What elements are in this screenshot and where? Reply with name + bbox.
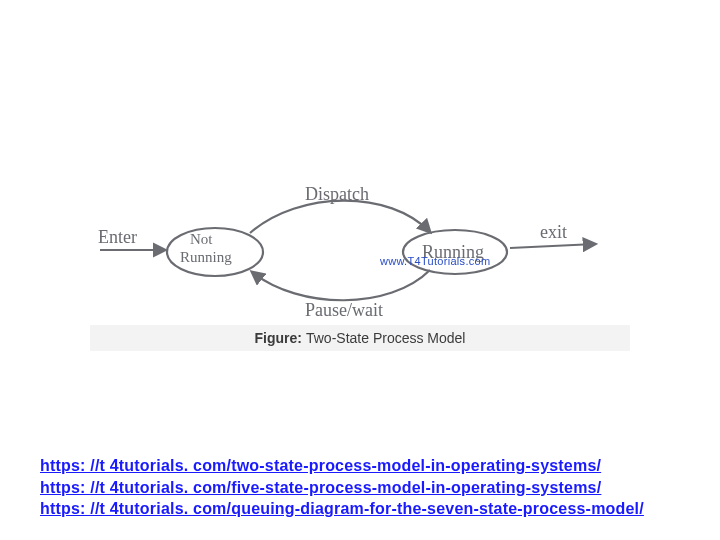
link-five-state[interactable]: https: //t 4tutorials. com/five-state-pr… bbox=[40, 477, 680, 499]
link-two-state[interactable]: https: //t 4tutorials. com/two-state-pro… bbox=[40, 455, 680, 477]
diagram-background bbox=[90, 175, 630, 325]
reference-links: https: //t 4tutorials. com/two-state-pro… bbox=[40, 455, 680, 520]
slide-canvas: Enter Not Running Running Dispatch Pause… bbox=[0, 0, 720, 540]
figure-caption: Figure: Two-State Process Model bbox=[90, 325, 630, 351]
watermark-text: www.T4Tutorials.com bbox=[380, 255, 490, 267]
figure-prefix: Figure: bbox=[255, 330, 302, 346]
link-seven-state[interactable]: https: //t 4tutorials. com/queuing-diagr… bbox=[40, 498, 680, 520]
figure-title: Two-State Process Model bbox=[306, 330, 466, 346]
